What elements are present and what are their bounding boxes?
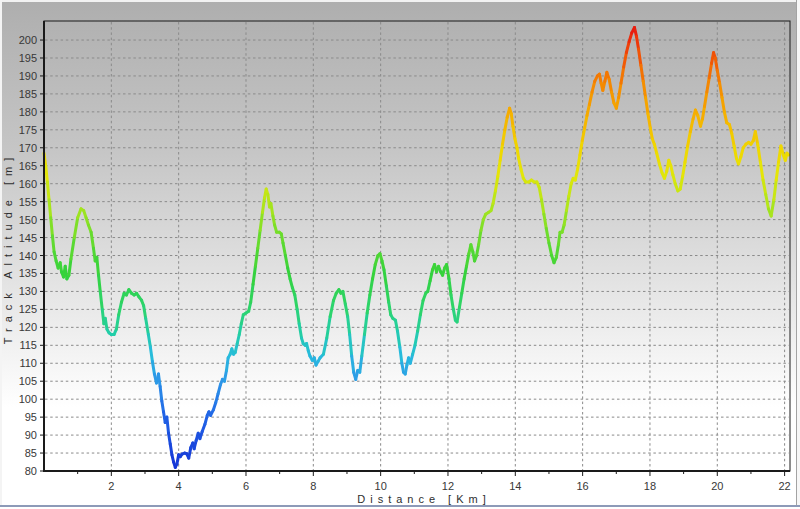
track-segment xyxy=(771,200,774,216)
track-segment xyxy=(373,264,376,278)
track-segment xyxy=(253,266,255,284)
track-segment xyxy=(52,236,54,252)
track-segment xyxy=(451,295,453,309)
track-segment xyxy=(91,232,93,248)
track-segment xyxy=(97,257,99,275)
track-segment xyxy=(345,304,347,317)
track-segment xyxy=(724,112,726,123)
track-segment xyxy=(578,155,580,169)
track-segment xyxy=(619,83,621,97)
y-tick-label: 110 xyxy=(19,357,37,369)
track-segment xyxy=(430,270,432,281)
track-segment xyxy=(722,97,724,111)
track-segment xyxy=(650,128,652,139)
track-segment xyxy=(609,80,611,93)
y-tick-label: 90 xyxy=(25,429,37,441)
track-segment xyxy=(505,117,507,130)
track-segment xyxy=(702,106,704,119)
track-segment xyxy=(636,36,638,49)
track-segment xyxy=(146,318,149,334)
track-segment xyxy=(519,159,521,170)
track-segment xyxy=(105,318,107,329)
y-tick-label: 100 xyxy=(19,393,37,405)
track-segment xyxy=(47,182,49,200)
track-segment xyxy=(639,49,641,65)
track-segment xyxy=(428,281,430,292)
track-segment xyxy=(158,374,160,387)
track-segment xyxy=(397,331,399,347)
y-tick-label: 80 xyxy=(25,465,37,477)
track-segment xyxy=(585,115,587,128)
track-segment xyxy=(616,97,618,108)
track-segment xyxy=(643,81,645,97)
track-segment xyxy=(364,313,367,335)
track-segment xyxy=(418,315,421,331)
track-segment xyxy=(299,324,301,338)
track-segment xyxy=(776,162,778,180)
track-segment xyxy=(513,126,515,139)
track-segment xyxy=(683,162,685,176)
track-segment xyxy=(449,279,451,295)
track-segment xyxy=(295,295,297,309)
y-tick-label: 200 xyxy=(19,34,37,46)
y-tick-label: 165 xyxy=(19,160,37,172)
track-segment xyxy=(288,268,290,279)
y-tick-label: 150 xyxy=(19,214,37,226)
track-segment xyxy=(170,444,172,455)
y-tick-label: 180 xyxy=(19,106,37,118)
plot-frame xyxy=(44,21,790,471)
track-segment xyxy=(462,279,464,293)
y-tick-label: 190 xyxy=(19,70,37,82)
track-segment xyxy=(500,144,502,160)
track-segment xyxy=(224,370,226,381)
track-segment xyxy=(549,243,552,256)
x-tick-label: 10 xyxy=(375,480,387,492)
track-segment xyxy=(760,162,763,180)
track-segment xyxy=(400,347,402,363)
track-segment xyxy=(420,300,423,314)
grid-layer xyxy=(45,22,789,470)
track-segment xyxy=(162,401,164,412)
track-segment xyxy=(150,347,152,361)
track-segment xyxy=(297,309,299,323)
track-segment xyxy=(495,177,497,191)
track-segment xyxy=(74,218,77,238)
track-segment xyxy=(327,317,330,339)
x-tick-label: 14 xyxy=(509,480,521,492)
track-segment xyxy=(569,184,571,197)
track-segment xyxy=(621,67,624,83)
track-segment xyxy=(517,148,519,159)
track-segment xyxy=(558,232,560,245)
y-tick-label: 130 xyxy=(19,285,37,297)
track-segment xyxy=(49,200,51,218)
track-segment xyxy=(447,264,449,278)
track-segment xyxy=(657,153,660,164)
x-tick-label: 22 xyxy=(778,480,790,492)
y-tick-label: 140 xyxy=(19,250,37,262)
track-segment xyxy=(251,284,253,302)
track-segment xyxy=(119,302,122,315)
track-segment xyxy=(148,335,150,348)
x-tick-label: 2 xyxy=(108,480,114,492)
track-segment xyxy=(144,306,146,319)
track-segment xyxy=(589,92,592,105)
track-segment xyxy=(720,83,722,97)
track-segment xyxy=(690,119,693,132)
track-segment xyxy=(69,259,71,275)
track-segment xyxy=(546,229,549,243)
track-segment xyxy=(688,132,691,146)
track-segment xyxy=(758,144,761,162)
y-tick-label: 115 xyxy=(19,339,37,351)
track-segment xyxy=(592,81,595,92)
track-segment xyxy=(564,211,566,225)
y-tick-label: 125 xyxy=(19,303,37,315)
track-segment xyxy=(580,141,582,155)
x-tick-label: 16 xyxy=(577,480,589,492)
y-tick-label: 105 xyxy=(19,375,37,387)
track-segment xyxy=(415,331,418,345)
track-segment xyxy=(384,270,386,286)
track-segment xyxy=(704,92,706,106)
track-segment xyxy=(459,293,461,307)
y-tick-label: 135 xyxy=(19,267,37,279)
track-segment xyxy=(481,220,483,231)
